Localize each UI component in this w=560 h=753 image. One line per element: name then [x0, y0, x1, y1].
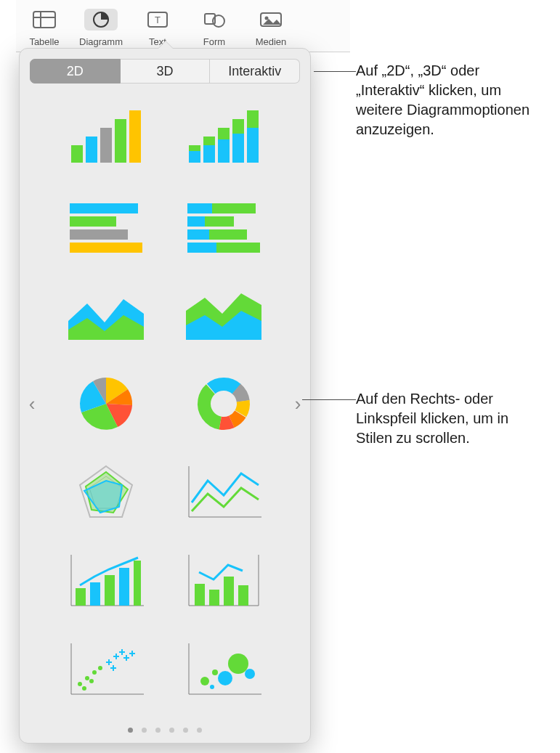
callout-text: Auf den Rechts- oder Linkspfeil klicken,… [356, 391, 508, 446]
svg-rect-27 [70, 229, 128, 240]
svg-rect-16 [189, 145, 200, 151]
chart-tile-combo-two-axes[interactable] [165, 537, 283, 625]
svg-rect-21 [232, 134, 244, 163]
svg-rect-19 [218, 139, 230, 163]
svg-rect-18 [203, 137, 215, 145]
svg-point-68 [92, 670, 97, 675]
chart-tile-stacked-horizontal-bar[interactable] [165, 182, 283, 271]
stacked-horizontal-bar-chart-icon [180, 193, 267, 260]
svg-rect-34 [209, 229, 247, 240]
svg-rect-36 [216, 243, 260, 253]
page-dot[interactable] [142, 728, 147, 733]
chart-style-grid [44, 94, 285, 714]
svg-rect-54 [119, 568, 129, 606]
svg-rect-20 [218, 128, 230, 139]
chart-tile-combo[interactable] [47, 537, 165, 625]
toolbar-item-chart[interactable]: Diagramm [73, 9, 129, 47]
chart-tile-stacked-bar[interactable] [165, 94, 283, 182]
svg-rect-12 [100, 128, 112, 163]
chart-tile-stacked-area[interactable] [165, 271, 283, 359]
svg-rect-59 [195, 584, 205, 606]
toolbar-item-label: Form [186, 36, 243, 47]
donut-chart-icon [180, 370, 267, 437]
page-dot[interactable] [155, 728, 161, 733]
svg-rect-60 [209, 590, 219, 606]
svg-text:T: T [155, 15, 161, 25]
page-dot[interactable] [128, 728, 133, 733]
svg-point-67 [82, 686, 86, 691]
svg-rect-14 [129, 110, 141, 163]
svg-point-65 [78, 682, 82, 686]
svg-rect-51 [76, 588, 86, 606]
toolbar-item-shape[interactable]: Form [186, 9, 243, 47]
chart-style-scroller: ‹ [20, 94, 310, 714]
svg-point-77 [245, 669, 255, 679]
chart-type-segments: 2D 3D Interaktiv [30, 59, 300, 84]
chart-tile-scatter[interactable] [47, 625, 165, 714]
combo-chart-icon [62, 548, 150, 614]
toolbar-item-label: Medien [243, 36, 299, 47]
svg-rect-62 [238, 585, 248, 606]
svg-rect-11 [86, 137, 97, 163]
toolbar-item-table[interactable]: Tabelle [16, 9, 73, 47]
chart-popover: 2D 3D Interaktiv ‹ [19, 48, 311, 744]
area-chart-icon [62, 282, 150, 349]
svg-rect-25 [70, 203, 138, 213]
combo-two-axes-chart-icon [180, 548, 267, 614]
svg-rect-24 [247, 110, 259, 128]
line-chart-icon [180, 459, 267, 526]
svg-rect-35 [187, 243, 216, 253]
toolbar-item-label: Diagramm [73, 36, 129, 47]
toolbar-item-label: Tabelle [16, 36, 73, 47]
page-dot[interactable] [197, 728, 202, 733]
svg-point-69 [98, 666, 102, 670]
pie-chart-icon [62, 370, 150, 437]
chart-tile-donut[interactable] [165, 359, 283, 448]
page-dot[interactable] [169, 728, 174, 733]
svg-rect-55 [134, 561, 141, 606]
svg-rect-32 [205, 216, 234, 227]
horizontal-bar-chart-icon [62, 193, 150, 260]
radar-chart-icon [62, 459, 150, 526]
segment-3d[interactable]: 3D [121, 59, 211, 84]
text-icon: T [141, 9, 174, 30]
segment-2d[interactable]: 2D [30, 59, 121, 84]
page-dot[interactable] [183, 728, 188, 733]
svg-point-74 [212, 669, 218, 675]
svg-rect-29 [187, 203, 212, 213]
svg-point-73 [200, 677, 209, 685]
prev-style-button[interactable]: ‹ [20, 94, 44, 714]
callout-text: Auf „2D“, „3D“ oder „Interaktiv“ klicken… [356, 62, 529, 137]
svg-point-66 [85, 676, 89, 680]
chart-tile-radar[interactable] [47, 448, 165, 537]
chart-tile-bar[interactable] [47, 94, 165, 182]
svg-rect-53 [105, 575, 115, 606]
scatter-chart-icon [62, 636, 150, 703]
callout-arrows: Auf den Rechts- oder Linkspfeil klicken,… [356, 389, 545, 448]
bubble-chart-icon [180, 636, 267, 703]
segment-interactive[interactable]: Interaktiv [210, 59, 300, 84]
chart-tile-area[interactable] [47, 271, 165, 359]
chart-tile-line[interactable] [165, 448, 283, 537]
chart-icon [84, 9, 118, 30]
stacked-bar-chart-icon [180, 105, 267, 171]
svg-point-70 [89, 679, 94, 683]
chart-tile-bubble[interactable] [165, 625, 283, 714]
media-icon [254, 9, 288, 30]
chevron-left-icon: ‹ [29, 393, 36, 415]
svg-rect-33 [187, 229, 209, 240]
svg-point-9 [265, 17, 269, 20]
svg-rect-0 [33, 12, 55, 28]
chart-tile-pie[interactable] [47, 359, 165, 448]
chart-tile-horizontal-bar[interactable] [47, 182, 165, 271]
stacked-area-chart-icon [180, 282, 267, 349]
svg-point-75 [218, 671, 232, 685]
table-icon [28, 9, 61, 30]
svg-rect-30 [212, 203, 256, 213]
svg-rect-17 [203, 145, 215, 163]
next-style-button[interactable]: › [285, 94, 310, 714]
svg-rect-61 [224, 577, 234, 606]
toolbar-item-media[interactable]: Medien [243, 9, 299, 47]
svg-point-78 [210, 685, 214, 689]
chevron-right-icon: › [295, 393, 301, 415]
